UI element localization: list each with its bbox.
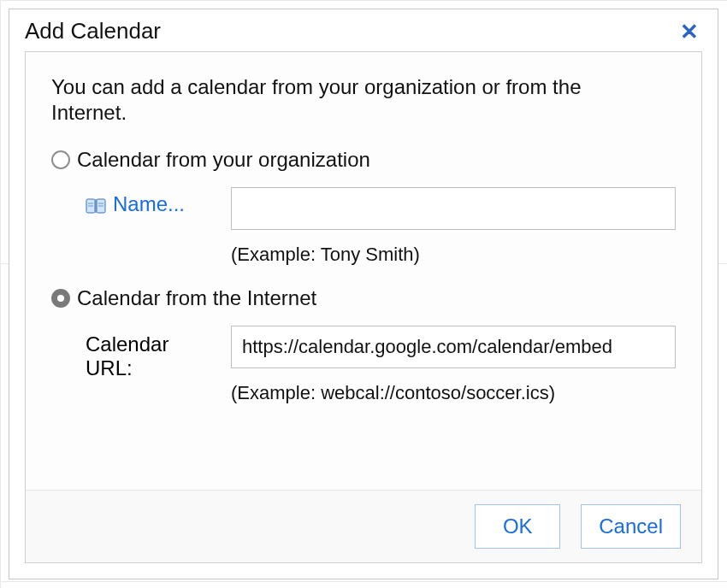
ok-button[interactable]: OK <box>475 504 560 549</box>
radio-organization[interactable] <box>51 150 70 169</box>
option-organization-label: Calendar from your organization <box>77 148 370 172</box>
address-book-icon <box>86 196 106 213</box>
option-internet: Calendar from the Internet Calendar URL:… <box>51 286 676 404</box>
organization-name-example: (Example: Tony Smith) <box>231 244 676 266</box>
internet-url-row: Calendar URL: (Example: webcal://contoso… <box>51 326 676 404</box>
close-icon[interactable]: ✕ <box>677 19 702 44</box>
organization-name-input[interactable] <box>231 187 676 230</box>
organization-name-row: Name... (Example: Tony Smith) <box>51 187 676 266</box>
dialog-title: Add Calendar <box>25 18 161 44</box>
add-calendar-dialog: Add Calendar ✕ You can add a calendar fr… <box>9 9 718 579</box>
name-picker-link[interactable]: Name... <box>113 192 185 216</box>
calendar-url-input-col: (Example: webcal://contoso/soccer.ics) <box>231 326 676 404</box>
option-organization: Calendar from your organization <box>51 148 676 266</box>
calendar-url-label-col: Calendar URL: <box>51 326 214 380</box>
dialog-intro-text: You can add a calendar from your organiz… <box>51 74 650 126</box>
option-internet-label: Calendar from the Internet <box>77 286 316 310</box>
option-internet-head[interactable]: Calendar from the Internet <box>51 286 676 310</box>
organization-name-input-col: (Example: Tony Smith) <box>231 187 676 266</box>
calendar-url-input[interactable] <box>231 326 676 368</box>
dialog-bottom-spacer <box>9 563 718 579</box>
calendar-url-label: Calendar URL: <box>86 332 214 380</box>
cancel-button[interactable]: Cancel <box>581 504 681 549</box>
dialog-content: You can add a calendar from your organiz… <box>26 52 701 490</box>
dialog-button-bar: OK Cancel <box>26 490 701 562</box>
calendar-url-example: (Example: webcal://contoso/soccer.ics) <box>231 382 676 404</box>
dialog-inner: You can add a calendar from your organiz… <box>25 51 702 563</box>
option-organization-head[interactable]: Calendar from your organization <box>51 148 676 172</box>
dialog-titlebar: Add Calendar ✕ <box>9 9 718 51</box>
name-picker[interactable]: Name... <box>51 187 214 216</box>
radio-internet[interactable] <box>51 289 70 308</box>
